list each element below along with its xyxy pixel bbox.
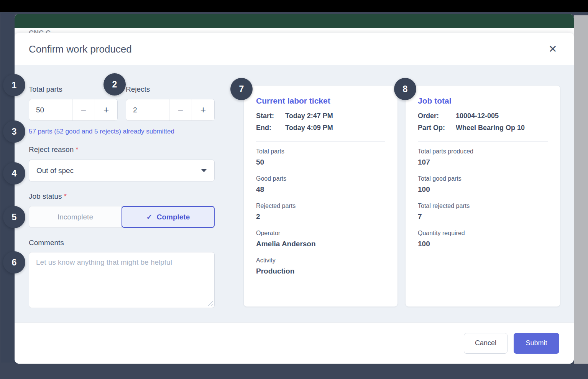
field-value: 107 — [418, 157, 548, 167]
labor-field-total-parts: Total parts 50 — [256, 147, 385, 167]
rejects-stepper: − + — [126, 99, 215, 121]
chevron-down-icon — [201, 169, 207, 172]
field-label: Rejected parts — [256, 202, 385, 210]
field-value: 2 — [256, 212, 385, 222]
part-op-value: Wheel Bearing Op 10 — [456, 122, 525, 134]
job-status-label: Job status* — [29, 192, 67, 201]
field-value: 100 — [418, 239, 548, 249]
plus-icon: + — [103, 104, 109, 115]
close-button[interactable]: ✕ — [546, 42, 560, 56]
rejects-increment-button[interactable]: + — [192, 99, 214, 120]
app-header-bar — [15, 14, 574, 28]
modal-title: Confirm work produced — [29, 43, 132, 55]
annotation-badge-7: 7 — [230, 78, 253, 100]
order-value: 10004-12-005 — [456, 110, 499, 122]
part-op-label: Part Op: — [418, 122, 456, 134]
field-label: Total good parts — [418, 175, 548, 183]
end-value: Today 4:09 PM — [285, 122, 333, 134]
labor-field-good-parts: Good parts 48 — [256, 175, 385, 194]
app-window: CNC C Confirm work produced ✕ Total part… — [15, 14, 574, 364]
total-parts-input[interactable] — [29, 99, 72, 120]
modal-body: Total parts − + Rejects − + 57 parts (52… — [15, 65, 574, 322]
order-label: Order: — [418, 110, 456, 122]
minus-icon: − — [178, 104, 184, 115]
field-value: Production — [256, 266, 385, 276]
job-status-option-incomplete[interactable]: Incomplete — [29, 206, 122, 228]
job-card-title: Job total — [418, 96, 548, 105]
field-label: Operator — [256, 229, 385, 237]
background-page-scroll-area — [574, 15, 588, 364]
complete-option-label: Complete — [157, 213, 190, 221]
labor-card-title: Current labor ticket — [256, 96, 385, 105]
modal-header: Confirm work produced ✕ — [15, 33, 574, 65]
annotation-badge-5: 5 — [3, 206, 25, 228]
job-field-quantity-required: Quantity required 100 — [418, 229, 548, 249]
annotation-badge-2: 2 — [103, 73, 126, 96]
labor-meta-end: End: Today 4:09 PM — [256, 122, 385, 134]
field-label: Total parts produced — [418, 147, 548, 155]
labor-meta-start: Start: Today 2:47 PM — [256, 110, 385, 122]
comments-textarea[interactable] — [29, 252, 215, 308]
field-value: 100 — [418, 185, 548, 194]
job-field-total-produced: Total parts produced 107 — [418, 147, 548, 167]
confirm-work-produced-modal: Confirm work produced ✕ Total parts − + … — [15, 33, 574, 364]
end-label: End: — [256, 122, 285, 134]
reject-reason-label-text: Reject reason — [29, 145, 74, 153]
labor-field-activity: Activity Production — [256, 256, 385, 276]
rejects-input[interactable] — [126, 99, 169, 120]
field-label: Total rejected parts — [418, 202, 548, 210]
annotation-badge-6: 6 — [3, 251, 25, 274]
reject-reason-label: Reject reason* — [29, 145, 79, 154]
already-submitted-note: 57 parts (52 good and 5 rejects) already… — [29, 128, 174, 135]
total-parts-label: Total parts — [29, 85, 62, 94]
rejects-decrement-button[interactable]: − — [169, 99, 192, 120]
reject-reason-select[interactable]: Out of spec — [29, 160, 215, 181]
total-parts-stepper: − + — [29, 99, 118, 121]
submit-button[interactable]: Submit — [514, 333, 559, 354]
total-parts-decrement-button[interactable]: − — [72, 99, 95, 120]
field-label: Quantity required — [418, 229, 548, 237]
job-status-option-complete[interactable]: ✓ Complete — [122, 206, 215, 228]
modal-footer: Cancel Submit — [15, 322, 574, 364]
job-field-total-good: Total good parts 100 — [418, 175, 548, 194]
incomplete-option-label: Incomplete — [57, 213, 93, 221]
card-divider — [418, 141, 548, 142]
start-value: Today 2:47 PM — [285, 110, 333, 122]
comments-label: Comments — [29, 239, 64, 247]
field-label: Activity — [256, 256, 385, 264]
annotation-badge-1: 1 — [3, 74, 25, 96]
start-label: Start: — [256, 110, 285, 122]
required-asterisk: * — [64, 192, 67, 200]
close-icon: ✕ — [549, 44, 557, 54]
background-page-strip: CNC C — [15, 28, 574, 33]
total-parts-increment-button[interactable]: + — [95, 99, 117, 120]
required-asterisk: * — [76, 145, 78, 153]
field-value: 7 — [418, 212, 548, 222]
current-labor-ticket-card: Current labor ticket Start: Today 2:47 P… — [243, 85, 398, 307]
field-label: Total parts — [256, 147, 385, 155]
job-field-total-rejected: Total rejected parts 7 — [418, 202, 548, 222]
annotation-rail — [1, 13, 15, 363]
labor-field-rejected-parts: Rejected parts 2 — [256, 202, 385, 222]
comments-field-wrap — [29, 252, 215, 308]
annotation-badge-8: 8 — [394, 78, 416, 100]
letterbox-top — [0, 0, 588, 12]
job-status-toggle: Incomplete ✓ Complete — [29, 206, 215, 228]
job-meta-order: Order: 10004-12-005 — [418, 110, 548, 122]
card-divider — [256, 141, 385, 142]
background-page-heading: CNC C — [29, 28, 51, 33]
field-label: Good parts — [256, 175, 385, 183]
reject-reason-value: Out of spec — [36, 166, 74, 175]
check-icon: ✓ — [146, 213, 153, 221]
annotation-badge-4: 4 — [3, 162, 25, 185]
job-meta-part-op: Part Op: Wheel Bearing Op 10 — [418, 122, 548, 134]
annotation-badge-3: 3 — [3, 120, 25, 143]
rejects-label: Rejects — [126, 85, 150, 94]
field-value: 50 — [256, 157, 385, 167]
job-total-card: Job total Order: 10004-12-005 Part Op: W… — [405, 85, 560, 307]
labor-field-operator: Operator Amelia Anderson — [256, 229, 385, 249]
minus-icon: − — [81, 104, 87, 115]
plus-icon: + — [200, 104, 206, 115]
cancel-button[interactable]: Cancel — [464, 333, 508, 354]
job-status-label-text: Job status — [29, 192, 62, 200]
